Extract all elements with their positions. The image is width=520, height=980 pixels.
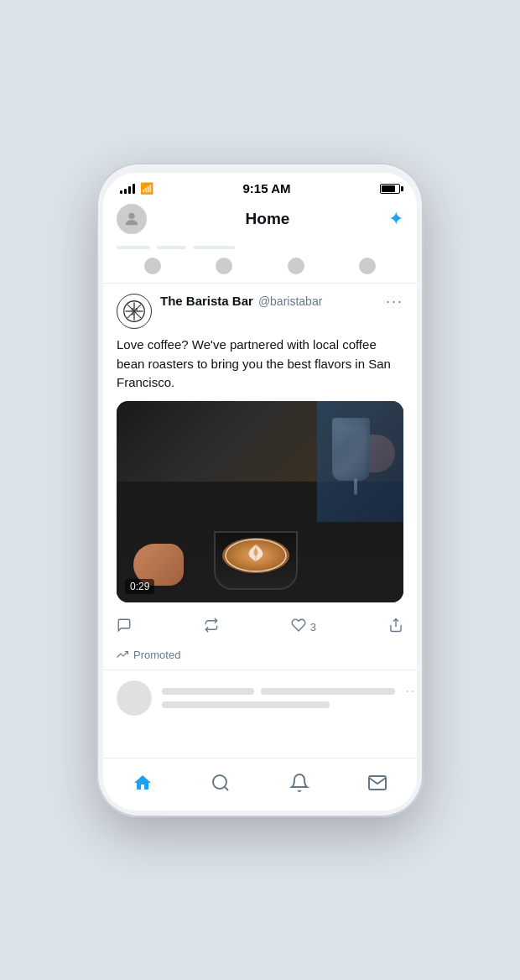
- story-circle-4[interactable]: [359, 258, 376, 274]
- tweet-meta: The Barista Bar @baristabar: [160, 294, 386, 308]
- feed[interactable]: B A R The Barista Bar @baristabar ···: [103, 284, 417, 758]
- nav-notifications[interactable]: [281, 767, 318, 799]
- promoted-icon: [117, 649, 128, 660]
- tweet-account-name[interactable]: The Barista Bar: [160, 294, 253, 308]
- promoted-label: Promoted: [133, 649, 180, 661]
- tweet-header: B A R The Barista Bar @baristabar ···: [117, 294, 403, 329]
- nav-home[interactable]: [124, 767, 161, 799]
- battery-icon: [380, 184, 400, 194]
- tweet-placeholder: ···: [103, 670, 417, 726]
- tweet-name-row: The Barista Bar @baristabar: [160, 294, 386, 308]
- status-left: 📶: [120, 182, 153, 195]
- like-button[interactable]: 3: [291, 618, 316, 637]
- nav-messages[interactable]: [359, 767, 396, 799]
- tweet-avatar[interactable]: B A R: [117, 294, 152, 329]
- stories-lines: [117, 246, 403, 249]
- heart-icon: [291, 618, 306, 637]
- retweet-button[interactable]: [204, 618, 219, 637]
- video-duration: 0:29: [125, 579, 154, 594]
- placeholder-content: [162, 688, 395, 708]
- tweet-card: B A R The Barista Bar @baristabar ···: [103, 284, 417, 670]
- story-line-2: [157, 246, 186, 249]
- tweet-body-text: Love coffee? We've partnered with local …: [117, 336, 403, 393]
- share-icon: [388, 618, 403, 637]
- tweet-more-button[interactable]: ···: [386, 294, 403, 309]
- comment-icon: [117, 618, 132, 637]
- placeholder-line-body: [162, 701, 330, 708]
- story-circle-2[interactable]: [216, 258, 232, 274]
- person-icon: [122, 210, 141, 228]
- promoted-bar: Promoted: [117, 644, 403, 670]
- coffee-mug: [214, 531, 298, 590]
- share-button[interactable]: [388, 618, 403, 637]
- placeholder-more-icon: ···: [405, 682, 417, 700]
- search-icon: [211, 773, 231, 793]
- story-circle-1[interactable]: [144, 258, 161, 274]
- coffee-scene: [117, 401, 403, 602]
- svg-line-13: [225, 787, 228, 790]
- bottom-nav: [103, 758, 417, 811]
- app-header: Home ✦: [103, 199, 417, 242]
- mail-icon: [367, 773, 387, 793]
- barista-logo: B A R: [122, 300, 146, 323]
- bell-icon: [289, 773, 309, 793]
- tweet-video[interactable]: 0:29: [117, 401, 403, 602]
- story-circle-3[interactable]: [288, 258, 304, 274]
- nav-search[interactable]: [202, 767, 239, 799]
- tweet-handle[interactable]: @baristabar: [258, 295, 322, 308]
- svg-point-12: [213, 775, 226, 789]
- sparkle-icon[interactable]: ✦: [388, 208, 403, 230]
- svg-point-0: [128, 213, 134, 219]
- status-bar: 📶 9:15 AM: [103, 173, 417, 199]
- user-avatar[interactable]: [117, 204, 147, 234]
- story-line-3: [193, 246, 235, 249]
- placeholder-line-name: [162, 688, 254, 695]
- latte-art-svg: [222, 538, 289, 573]
- placeholder-top-row: [162, 688, 395, 695]
- video-thumbnail: [117, 401, 403, 602]
- signal-icon: [120, 184, 135, 194]
- stories-bar: [103, 242, 417, 284]
- comment-button[interactable]: [117, 618, 132, 637]
- stories-circles: [117, 256, 403, 276]
- placeholder-avatar: [117, 680, 152, 716]
- wifi-icon: 📶: [140, 182, 153, 195]
- phone-frame: 📶 9:15 AM Home ✦: [96, 163, 424, 817]
- home-icon: [133, 773, 153, 793]
- tweet-actions: 3: [117, 611, 403, 644]
- phone-screen: 📶 9:15 AM Home ✦: [103, 173, 417, 811]
- status-time: 9:15 AM: [243, 181, 291, 195]
- retweet-icon: [204, 618, 219, 637]
- story-line-1: [117, 246, 150, 249]
- page-title: Home: [246, 210, 290, 228]
- like-count: 3: [310, 621, 316, 633]
- placeholder-line-handle: [261, 688, 395, 695]
- svg-text:B: B: [132, 307, 134, 311]
